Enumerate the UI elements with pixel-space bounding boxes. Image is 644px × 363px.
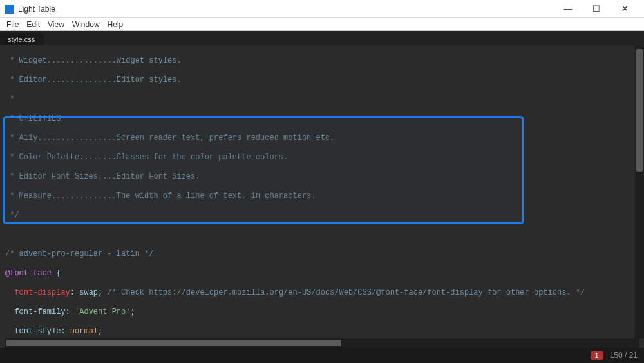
- menu-file[interactable]: File: [3, 19, 23, 30]
- code-line: * Editor Font Sizes....Editor Font Sizes…: [5, 172, 635, 182]
- menu-window[interactable]: Window: [68, 19, 104, 30]
- editor-area[interactable]: * Widget...............Widget styles. * …: [0, 45, 644, 338]
- app-icon: [5, 5, 14, 14]
- code-line: * Widget...............Widget styles.: [5, 56, 635, 66]
- vertical-scrollbar[interactable]: [635, 45, 644, 338]
- horizontal-scrollbar-thumb[interactable]: [6, 340, 341, 346]
- code-line: font-display: swap; /* Check https://dev…: [5, 288, 635, 298]
- code-line: * Color Palette........Classes for the c…: [5, 153, 635, 162]
- error-count-badge[interactable]: 1: [591, 351, 603, 360]
- code-line: font-family: 'Advent Pro';: [5, 308, 635, 317]
- menu-edit[interactable]: Edit: [23, 19, 44, 30]
- menu-help[interactable]: Help: [104, 19, 128, 30]
- code-line: * A11y.................Screen reader tex…: [5, 133, 635, 143]
- horizontal-scrollbar[interactable]: [5, 338, 639, 348]
- window-title: Light Table: [18, 5, 554, 14]
- tab-stylecss[interactable]: style.css: [0, 33, 44, 45]
- code-line: */: [5, 211, 635, 221]
- code-line: *: [5, 95, 635, 104]
- code-editor[interactable]: * Widget...............Widget styles. * …: [5, 46, 635, 338]
- close-button[interactable]: ✕: [611, 0, 639, 18]
- tab-bar: style.css: [0, 31, 644, 45]
- code-line: * UTILITIES: [5, 114, 635, 124]
- menu-view[interactable]: View: [44, 19, 68, 30]
- menu-bar: File Edit View Window Help File Edit Vie…: [0, 18, 644, 31]
- maximize-button[interactable]: ☐: [582, 0, 611, 18]
- window-controls: — ☐ ✕: [554, 0, 639, 18]
- minimize-button[interactable]: —: [554, 0, 582, 18]
- window-titlebar: Light Table — ☐ ✕: [0, 0, 644, 18]
- code-line: * Measure..............The width of a li…: [5, 191, 635, 201]
- cursor-position: 150 / 21: [610, 351, 638, 360]
- code-line: font-style: normal;: [5, 327, 635, 337]
- code-line: * Editor...............Editor styles.: [5, 75, 635, 85]
- status-bar: 1 150 / 21: [0, 348, 644, 363]
- code-line: /* advent-pro-regular - latin */: [5, 250, 635, 259]
- code-line: @font-face {: [5, 269, 635, 279]
- vertical-scrollbar-thumb[interactable]: [636, 49, 643, 172]
